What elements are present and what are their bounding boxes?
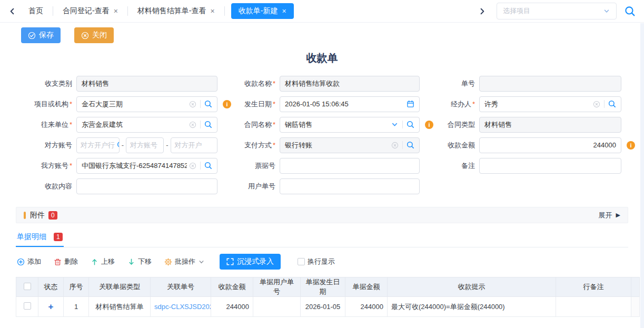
project-label: 项目或机构* (16, 100, 76, 109)
income-type-field: 材料销售 (76, 76, 217, 92)
attachments-bar: 附件 0 展开 ▶ (16, 207, 628, 223)
col-amount: 收款金额 (211, 277, 253, 297)
clear-icon[interactable] (391, 142, 399, 149)
receipt-name-label: 收款名称* (217, 79, 280, 88)
move-down-button[interactable]: 下移 (127, 257, 152, 266)
handler-field[interactable]: 许秀 (479, 96, 621, 112)
project-field[interactable]: 金石大厦三期 (76, 96, 217, 112)
project-select[interactable]: 选择项目 (497, 3, 617, 19)
clear-icon[interactable] (189, 162, 196, 170)
col-doc-no: 关联单号 (151, 277, 211, 297)
attachments-count-badge: 0 (48, 211, 57, 220)
checkbox[interactable] (298, 258, 305, 265)
contract-name-field[interactable]: 钢筋销售 (280, 117, 420, 133)
user-doc-no-field[interactable] (280, 178, 420, 194)
detail-toolbar: 添加 删除 上移 下移 批操作 沉浸式录入 换行显示 (17, 254, 628, 270)
batch-operation-button[interactable]: 批操作 (164, 257, 205, 266)
row-select-cell (16, 297, 38, 317)
chevron-down-icon (198, 259, 205, 265)
project-select-placeholder: 选择项目 (503, 6, 530, 16)
remark-field[interactable] (479, 158, 621, 174)
page-title: 收款单 (0, 51, 644, 65)
payment-method-field[interactable]: 银行转账 (280, 137, 420, 153)
plus-icon: + (48, 302, 54, 312)
receipt-amount-field[interactable]: 244000 (479, 137, 621, 153)
row-amount-cell[interactable]: 244000 (211, 297, 253, 317)
row-status-cell: + (38, 297, 64, 317)
detail-tabs: 单据明细 1 (16, 232, 628, 247)
info-icon[interactable]: i (627, 141, 635, 150)
receipt-amount-label: 收款金额 (420, 141, 479, 150)
handler-label: 经办人* (420, 100, 479, 109)
counterparty-field[interactable]: 东营金辰建筑 (76, 117, 217, 133)
contract-name-label: 合同名称* (217, 120, 280, 130)
clear-icon[interactable] (189, 121, 196, 128)
my-account-label: 我方账号* (16, 161, 76, 171)
contract-type-field: 材料销售 (479, 117, 621, 133)
tab-home[interactable]: 首页 (19, 3, 53, 19)
tab-receipt-new[interactable]: 收款单-新建× (231, 3, 294, 19)
occur-date-field[interactable]: 2026-01-05 15:06:45 (280, 96, 420, 112)
table-scrollbar[interactable] (631, 297, 640, 317)
clear-icon[interactable] (189, 101, 196, 108)
expand-button[interactable]: 展开 ▶ (599, 211, 620, 220)
col-user-doc-no: 单据用户单号 (253, 277, 301, 297)
tab-close-icon[interactable]: × (211, 7, 215, 15)
detail-count-badge: 1 (54, 233, 63, 241)
counter-branch-input[interactable]: 对方开户 (171, 137, 217, 153)
select-all-checkbox[interactable] (24, 283, 31, 290)
col-status: 状态 (38, 277, 64, 297)
payment-method-label: 支付方式* (217, 141, 280, 150)
col-doc-amount: 单据金额 (345, 277, 388, 297)
info-icon[interactable]: i (223, 100, 231, 108)
check-circle-icon (28, 32, 36, 39)
row-doc-no-cell: sdpc-CLXSJSD20260105 (151, 297, 211, 317)
tab-close-icon[interactable]: × (114, 7, 118, 15)
tab-doc-detail[interactable]: 单据明细 1 (16, 232, 64, 247)
receipt-content-label: 收款内容 (16, 182, 76, 191)
table-row: + 1 材料销售结算单 sdpc-CLXSJSD20260105 244000 … (16, 297, 640, 317)
tab-contract-view[interactable]: 合同登记-查看× (53, 3, 127, 19)
tab-close-icon[interactable]: × (282, 7, 286, 15)
search-icon[interactable] (200, 162, 212, 170)
move-up-button[interactable]: 上移 (91, 257, 115, 266)
doc-no-label: 单号 (420, 79, 479, 88)
search-icon[interactable] (402, 121, 414, 128)
doc-no-link[interactable]: sdpc-CLXSJSD20260105 (154, 303, 211, 311)
wrap-display-toggle[interactable]: 换行显示 (298, 257, 335, 266)
global-search-icon[interactable] (625, 6, 636, 17)
delete-row-button[interactable]: 删除 (54, 257, 78, 266)
row-user-doc-no-cell[interactable] (253, 297, 301, 317)
tab-divider (224, 6, 225, 16)
tabs-scroll-left-icon[interactable] (5, 3, 19, 19)
table-scrollbar[interactable] (631, 277, 640, 297)
my-account-field[interactable]: 中国银行东城支行-6254874147852-刘. (76, 158, 217, 174)
page-scrollbar[interactable] (640, 23, 644, 328)
chevron-down-icon[interactable] (391, 121, 399, 128)
calendar-icon[interactable] (407, 100, 414, 108)
plus-circle-icon (17, 258, 25, 266)
doc-no-field (479, 76, 621, 92)
row-remark-cell[interactable] (556, 297, 631, 317)
row-checkbox[interactable] (24, 302, 31, 310)
immersive-entry-button[interactable]: 沉浸式录入 (220, 254, 281, 270)
search-icon[interactable] (200, 121, 212, 128)
tabs-scroll-right-icon[interactable] (475, 3, 489, 19)
save-button[interactable]: 保存 (21, 27, 61, 43)
close-button[interactable]: 关闭 (74, 27, 114, 43)
tab-settlement-view[interactable]: 材料销售结算单-查看× (128, 3, 224, 19)
search-icon[interactable] (200, 100, 212, 108)
triangle-right-icon: ▶ (616, 212, 620, 218)
search-icon[interactable] (604, 100, 616, 108)
counter-account-input[interactable]: 对方账号 (126, 137, 164, 153)
attachments-label: 附件 (30, 211, 45, 220)
add-row-button[interactable]: 添加 (17, 257, 41, 266)
search-icon[interactable] (115, 141, 120, 149)
bill-no-field[interactable] (280, 158, 420, 174)
receipt-content-field[interactable] (76, 178, 217, 194)
clear-icon[interactable] (593, 101, 600, 108)
counter-bank-input[interactable]: 对方开户行 (76, 137, 120, 153)
income-type-label: 收支类别 (16, 79, 76, 88)
search-icon[interactable] (402, 141, 414, 149)
info-icon[interactable]: i (425, 121, 433, 129)
